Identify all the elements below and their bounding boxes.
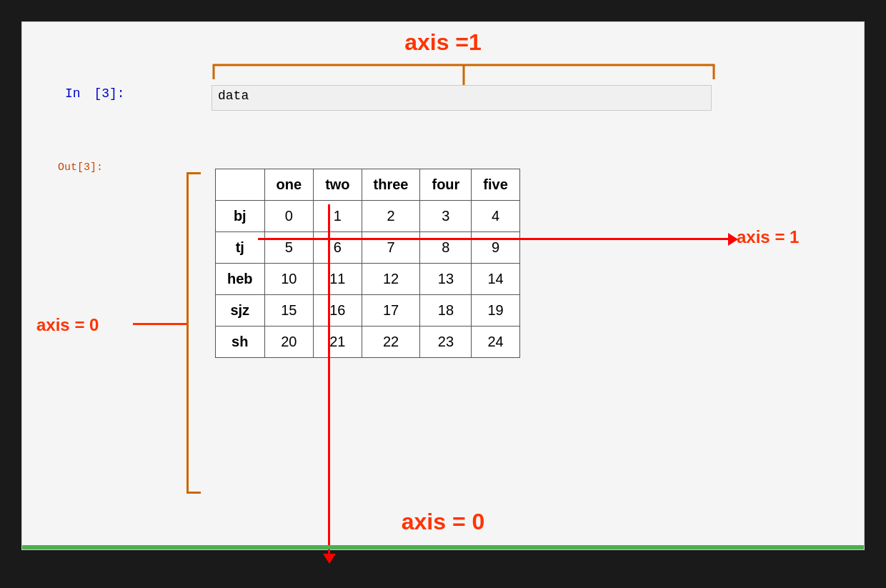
out-label: Out[3]: xyxy=(58,161,103,174)
cell: 13 xyxy=(420,264,472,295)
axis0-arrow-vertical xyxy=(328,204,330,554)
axis-left-dash xyxy=(133,323,186,325)
header-one: one xyxy=(264,169,314,201)
header-three: three xyxy=(362,169,420,201)
axis-left-label: axis = 0 xyxy=(36,315,99,335)
cell: 16 xyxy=(314,295,362,327)
left-bracket xyxy=(186,172,201,494)
row-index: sjz xyxy=(216,295,265,327)
header-empty xyxy=(216,169,265,201)
cell: 15 xyxy=(264,295,314,327)
cell: 7 xyxy=(362,232,420,264)
axis-top-label: axis =1 xyxy=(404,29,482,56)
table-row: heb 10 11 12 13 14 xyxy=(216,264,520,295)
cell: 11 xyxy=(314,264,362,295)
in-text: In xyxy=(65,86,81,101)
cell: 22 xyxy=(362,327,420,358)
cell: 4 xyxy=(472,201,519,232)
cell: 1 xyxy=(314,201,362,232)
row-index: tj xyxy=(216,232,265,264)
in-label: In [3]: xyxy=(65,86,125,101)
data-table: one two three four five bj 0 1 2 3 4 tj … xyxy=(215,169,520,358)
table-row: sh 20 21 22 23 24 xyxy=(216,327,520,358)
cell: 14 xyxy=(472,264,519,295)
bottom-bar xyxy=(22,545,864,549)
header-four: four xyxy=(420,169,472,201)
row-index: bj xyxy=(216,201,265,232)
cell: 18 xyxy=(420,295,472,327)
cell: 0 xyxy=(264,201,314,232)
cell: 20 xyxy=(264,327,314,358)
cell: 2 xyxy=(362,201,420,232)
table-header-row: one two three four five xyxy=(216,169,520,201)
cell: 8 xyxy=(420,232,472,264)
row-index: heb xyxy=(216,264,265,295)
cell: 6 xyxy=(314,232,362,264)
code-content: data xyxy=(218,89,249,103)
row-index: sh xyxy=(216,327,265,358)
cell: 17 xyxy=(362,295,420,327)
axis-bottom-label: axis = 0 xyxy=(402,509,485,535)
notebook-area: axis =1 In [3]: data Out[3]: axis = 0 on… xyxy=(21,21,865,550)
cell: 24 xyxy=(472,327,519,358)
cell: 12 xyxy=(362,264,420,295)
code-cell[interactable]: data xyxy=(211,85,712,111)
cell: 19 xyxy=(472,295,519,327)
axis-right-label: axis = 1 xyxy=(737,227,799,247)
table-row: bj 0 1 2 3 4 xyxy=(216,201,520,232)
table-row: sjz 15 16 17 18 19 xyxy=(216,295,520,327)
header-five: five xyxy=(472,169,519,201)
in-number: [3]: xyxy=(94,86,124,101)
cell: 21 xyxy=(314,327,362,358)
cell: 3 xyxy=(420,201,472,232)
cell: 23 xyxy=(420,327,472,358)
header-two: two xyxy=(314,169,362,201)
cell: 9 xyxy=(472,232,519,264)
cell: 5 xyxy=(264,232,314,264)
cell: 10 xyxy=(264,264,314,295)
table-row: tj 5 6 7 8 9 xyxy=(216,232,520,264)
